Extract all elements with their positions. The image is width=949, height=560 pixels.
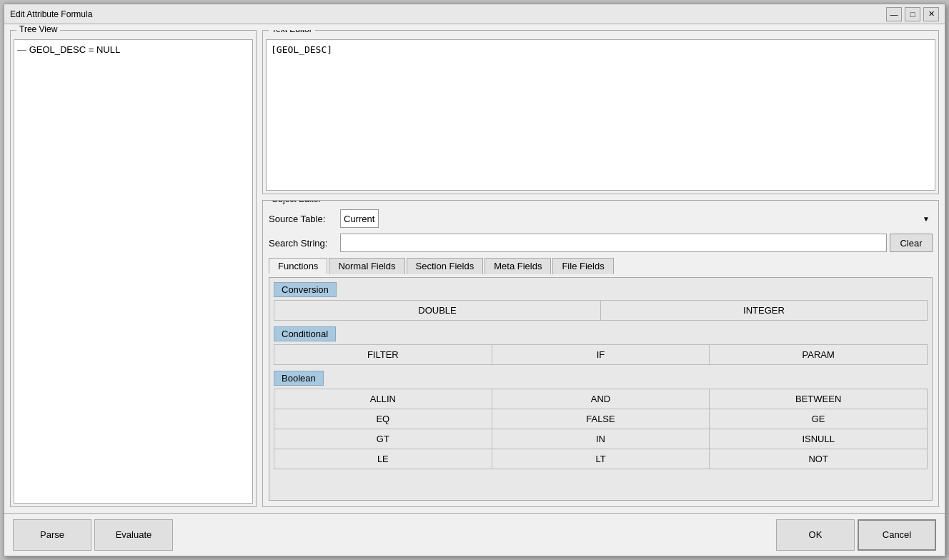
window-controls: — □ ✕	[886, 7, 939, 21]
boolean-grid: ALLIN AND BETWEEN EQ FALSE GE GT IN ISNU…	[274, 389, 928, 469]
tab-normal-fields[interactable]: Normal Fields	[329, 258, 404, 274]
category-conditional-label: Conditional	[274, 326, 336, 341]
conditional-grid: FILTER IF PARAM	[274, 344, 928, 365]
bottom-bar: Parse Evaluate OK Cancel	[4, 513, 945, 556]
func-eq[interactable]: EQ	[274, 409, 492, 429]
search-row: Search String: Clear	[269, 234, 933, 252]
text-editor-legend: Text Editor	[269, 30, 315, 34]
category-conversion: Conversion DOUBLE INTEGER	[274, 282, 928, 321]
source-table-select[interactable]: Current	[340, 209, 379, 228]
tree-view-panel: Tree View GEOL_DESC = NULL	[10, 30, 257, 507]
source-table-label: Source Table:	[269, 214, 340, 224]
func-lt[interactable]: LT	[492, 449, 710, 469]
tree-item: GEOL_DESC = NULL	[17, 43, 249, 58]
functions-area[interactable]: Conversion DOUBLE INTEGER Conditional FI…	[269, 277, 933, 501]
text-editor-input[interactable]: [GEOL_DESC]	[266, 39, 935, 191]
func-le[interactable]: LE	[274, 449, 492, 469]
title-bar: Edit Attribute Formula — □ ✕	[4, 4, 945, 24]
tab-file-fields[interactable]: File Fields	[552, 258, 613, 274]
category-conditional: Conditional FILTER IF PARAM	[274, 326, 928, 365]
func-and[interactable]: AND	[492, 389, 710, 409]
clear-button[interactable]: Clear	[890, 234, 933, 252]
func-isnull[interactable]: ISNULL	[710, 429, 927, 449]
category-boolean: Boolean ALLIN AND BETWEEN EQ FALSE GE GT…	[274, 371, 928, 469]
text-editor-frame: Text Editor [GEOL_DESC]	[262, 30, 939, 194]
evaluate-button[interactable]: Evaluate	[94, 519, 173, 551]
func-ge[interactable]: GE	[710, 409, 927, 429]
source-table-row: Source Table: Current ▼	[269, 209, 933, 228]
func-false[interactable]: FALSE	[492, 409, 710, 429]
object-editor-frame: Object Editor Source Table: Current ▼ Se…	[262, 200, 939, 507]
tab-meta-fields[interactable]: Meta Fields	[485, 258, 551, 274]
search-input[interactable]	[340, 234, 887, 252]
object-editor-legend: Object Editor	[269, 200, 324, 204]
parse-button[interactable]: Parse	[13, 519, 91, 551]
func-between[interactable]: BETWEEN	[710, 389, 927, 409]
bottom-right-buttons: OK Cancel	[776, 519, 936, 551]
category-conversion-label: Conversion	[274, 282, 337, 297]
func-not[interactable]: NOT	[710, 449, 927, 469]
right-panel: Text Editor [GEOL_DESC] Object Editor So…	[262, 30, 939, 507]
func-double[interactable]: DOUBLE	[274, 301, 600, 320]
conversion-grid: DOUBLE INTEGER	[274, 300, 928, 321]
tab-functions[interactable]: Functions	[269, 258, 327, 274]
func-gt[interactable]: GT	[274, 429, 492, 449]
tabs-row: Functions Normal Fields Section Fields M…	[269, 258, 933, 274]
func-allin[interactable]: ALLIN	[274, 389, 492, 409]
window-title: Edit Attribute Formula	[10, 9, 886, 19]
category-boolean-label: Boolean	[274, 371, 324, 386]
search-string-label: Search String:	[269, 238, 340, 249]
minimize-button[interactable]: —	[886, 7, 902, 21]
ok-button[interactable]: OK	[776, 519, 855, 551]
close-button[interactable]: ✕	[923, 7, 939, 21]
tab-section-fields[interactable]: Section Fields	[407, 258, 484, 274]
tree-view-legend: Tree View	[16, 24, 60, 34]
maximize-button[interactable]: □	[905, 7, 920, 21]
main-content: Tree View GEOL_DESC = NULL Text Editor […	[4, 24, 945, 513]
func-filter[interactable]: FILTER	[274, 345, 492, 364]
func-param[interactable]: PARAM	[710, 345, 927, 364]
main-window: Edit Attribute Formula — □ ✕ Tree View G…	[4, 4, 945, 556]
func-if[interactable]: IF	[492, 345, 710, 364]
bottom-left-buttons: Parse Evaluate	[13, 519, 173, 551]
cancel-button[interactable]: Cancel	[858, 519, 936, 551]
select-arrow-icon: ▼	[923, 215, 930, 223]
func-integer[interactable]: INTEGER	[601, 301, 927, 320]
tree-view-box[interactable]: GEOL_DESC = NULL	[14, 39, 253, 504]
func-in[interactable]: IN	[492, 429, 710, 449]
source-table-wrapper: Current ▼	[340, 209, 933, 228]
